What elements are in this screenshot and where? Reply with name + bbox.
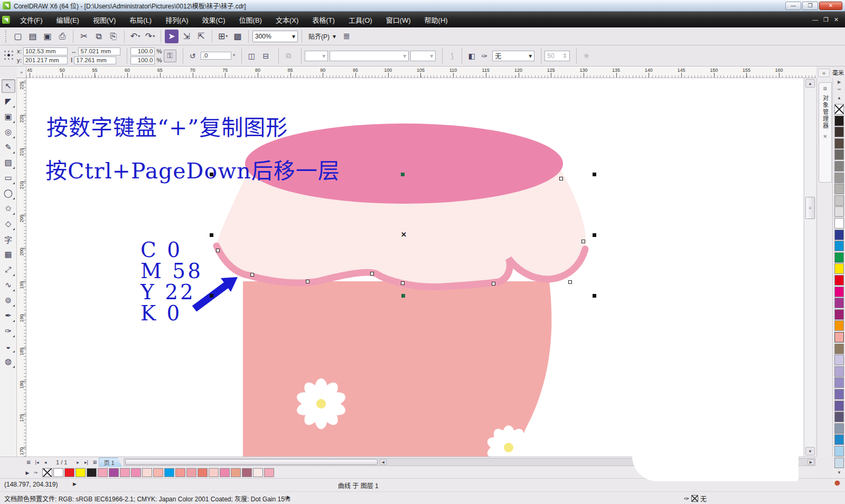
curve-node[interactable] <box>250 273 254 277</box>
selection-handle[interactable] <box>593 294 596 298</box>
undo-button[interactable]: ↶▾ <box>128 30 142 43</box>
color-swatch[interactable] <box>120 468 130 477</box>
color-swatch[interactable] <box>834 173 844 183</box>
object-height-field[interactable]: 17.261 mm <box>74 56 116 64</box>
color-swatch[interactable] <box>834 138 844 149</box>
color-swatch[interactable] <box>834 320 844 331</box>
color-swatch[interactable] <box>834 344 844 354</box>
add-page-after-button[interactable]: ⊞ <box>90 458 99 467</box>
no-color-swatch[interactable] <box>42 468 52 477</box>
selection-handle[interactable] <box>210 173 213 176</box>
transparency-spinner[interactable]: 50⇕ <box>544 51 570 61</box>
selection-handle[interactable] <box>210 233 213 237</box>
menu-item-4[interactable]: 布局(L) <box>123 12 158 27</box>
search-content-button[interactable]: ➤ <box>165 30 179 43</box>
curve-node[interactable] <box>401 281 405 285</box>
export-button[interactable]: ⇱ <box>194 30 208 43</box>
scroll-left-button[interactable]: ◀ <box>380 459 387 465</box>
curve-node[interactable] <box>568 280 572 284</box>
smart-fill-tool[interactable]: ▧ <box>2 156 15 169</box>
color-swatch[interactable] <box>834 275 844 286</box>
copy-button[interactable]: ⧉ <box>92 30 106 43</box>
basic-shapes-tool[interactable]: ◇ <box>2 217 15 231</box>
curve-node[interactable] <box>581 240 585 243</box>
selection-center-mark[interactable]: ✕ <box>401 231 407 239</box>
color-swatch[interactable] <box>834 252 844 263</box>
menu-item-7[interactable]: 位图(B) <box>232 12 269 27</box>
palette-scroll-up[interactable]: ▲ <box>834 95 844 102</box>
y-position-field[interactable]: 201.217 mm <box>23 56 68 64</box>
menu-item-8[interactable]: 文本(X) <box>269 12 305 27</box>
welcome-screen-button[interactable]: ▩ <box>231 30 245 43</box>
no-color-swatch[interactable] <box>834 104 844 115</box>
connector-tool[interactable]: ∿ <box>2 278 15 292</box>
color-swatch[interactable] <box>834 206 844 217</box>
profile-flyout-arrow[interactable]: ▶ <box>287 495 290 500</box>
color-swatch[interactable] <box>834 127 844 137</box>
color-swatch[interactable] <box>53 468 63 477</box>
selection-handle[interactable] <box>593 173 596 176</box>
color-swatch[interactable] <box>834 195 844 206</box>
options-button[interactable]: ≣ <box>340 30 353 43</box>
color-swatch[interactable] <box>834 377 844 388</box>
color-swatch[interactable] <box>834 263 844 274</box>
open-button[interactable]: ▤ <box>26 30 40 43</box>
curve-node[interactable] <box>559 177 563 180</box>
palette-scroll-down[interactable]: ▼ <box>834 470 844 477</box>
selection-handle[interactable] <box>593 233 596 237</box>
next-page-button[interactable]: ▸ <box>73 458 82 467</box>
horizontal-ruler[interactable]: 4550556065707580859095100105110115120125… <box>26 66 816 78</box>
menu-item-11[interactable]: 窗口(W) <box>379 12 418 27</box>
color-swatch[interactable] <box>264 468 274 477</box>
ellipse-tool[interactable]: ◯ <box>2 186 15 200</box>
outline-pen-tool[interactable]: ✑ <box>2 324 15 338</box>
menu-item-6[interactable]: 效果(C) <box>195 12 232 27</box>
redo-button[interactable]: ↷▾ <box>143 30 157 43</box>
corner-radius-field[interactable]: ▾ <box>305 51 328 61</box>
new-document-button[interactable]: ▢ <box>11 30 25 43</box>
print-button[interactable]: ⎙ <box>55 30 69 43</box>
freehand-tool[interactable]: ✎ <box>2 140 15 154</box>
group-button[interactable]: ⧉ <box>282 50 295 62</box>
color-swatch[interactable] <box>834 149 844 160</box>
color-swatch[interactable] <box>253 468 263 477</box>
membership-user-icon[interactable]: ☻ <box>833 478 842 488</box>
color-swatch[interactable] <box>834 366 844 377</box>
drawing-canvas[interactable]: 按数字键盘“+”复制图形 按Ctrl+PageDown后移一层 C 0M 58Y… <box>26 78 803 457</box>
curve-close-button[interactable]: ⟆ <box>446 50 458 62</box>
doc-close-button[interactable]: ✕ <box>834 16 839 23</box>
previous-page-button[interactable]: ◂ <box>41 458 50 467</box>
curve-node[interactable] <box>492 282 495 286</box>
minimize-button[interactable]: — <box>785 2 801 10</box>
save-button[interactable]: ▣ <box>41 30 54 43</box>
wrap-text-button[interactable]: ◧ <box>465 50 478 62</box>
units-dropdown[interactable]: ▾ <box>410 51 436 61</box>
color-swatch[interactable] <box>186 468 196 477</box>
zoom-level-dropdown[interactable]: 300%▾ <box>252 31 298 42</box>
color-swatch[interactable] <box>198 468 208 477</box>
color-swatch[interactable] <box>834 401 844 411</box>
close-button[interactable]: ✕ <box>819 2 842 10</box>
color-swatch[interactable] <box>834 458 844 468</box>
lock-ratio-button[interactable]: ⚿ <box>164 50 176 62</box>
vertical-scroll-thumb[interactable] <box>805 197 815 219</box>
scroll-down-button[interactable]: ▼ <box>805 447 815 455</box>
effects-button[interactable]: ✳ <box>580 50 593 62</box>
color-swatch[interactable] <box>834 184 844 194</box>
page-tab[interactable]: 页 1 <box>99 458 122 467</box>
coords-flyout-arrow[interactable]: ▶ <box>73 481 77 487</box>
polygon-tool[interactable]: ✩ <box>2 202 15 215</box>
color-swatch[interactable] <box>98 468 108 477</box>
import-button[interactable]: ⇲ <box>180 30 193 43</box>
color-swatch[interactable] <box>834 332 844 343</box>
last-page-button[interactable]: ▸| <box>82 458 90 467</box>
color-swatch[interactable] <box>175 468 185 477</box>
menu-item-9[interactable]: 表格(T) <box>305 12 342 27</box>
mirror-vertical-button[interactable]: ⊟ <box>259 50 272 62</box>
curve-node[interactable] <box>306 280 309 283</box>
doc-restore-button[interactable]: ❐ <box>823 16 829 23</box>
scale-y-field[interactable]: 100.0 <box>130 56 155 64</box>
selection-handle[interactable] <box>401 173 405 176</box>
snap-to-dropdown[interactable]: 贴齐(P)▾ <box>306 31 339 42</box>
palette-flyout-button-bottom[interactable]: ▶ <box>23 469 32 477</box>
